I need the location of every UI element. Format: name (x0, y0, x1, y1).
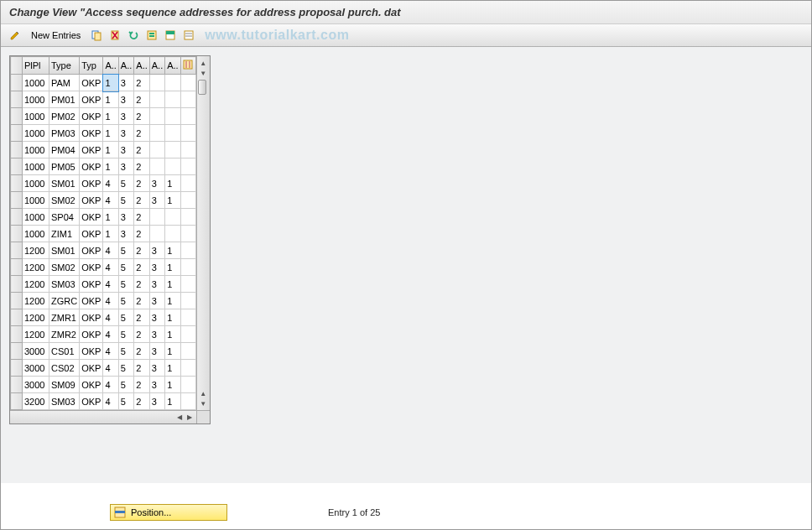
table-row[interactable]: 1000PM01OKP132 (11, 91, 196, 108)
table-cell[interactable]: 3 (149, 259, 164, 276)
table-cell[interactable]: OKP (80, 125, 103, 142)
table-cell[interactable]: 1200 (23, 293, 49, 309)
vertical-scrollbar[interactable]: ▲ ▼ ▲ ▼ (196, 56, 210, 410)
table-cell[interactable]: 1 (165, 360, 180, 377)
table-cell[interactable]: OKP (80, 377, 103, 393)
table-cell[interactable]: SM02 (49, 192, 80, 209)
table-cell[interactable]: 1 (165, 326, 180, 343)
table-cell[interactable]: 2 (134, 108, 149, 125)
table-cell[interactable]: OKP (80, 293, 103, 309)
table-cell[interactable] (149, 75, 164, 91)
table-cell[interactable]: 3 (149, 192, 164, 209)
table-cell[interactable]: PM05 (49, 158, 80, 175)
table-cell[interactable]: SM03 (49, 276, 80, 293)
table-cell[interactable]: 2 (134, 75, 149, 91)
table-cell[interactable]: SM01 (49, 242, 80, 259)
row-selector[interactable] (11, 293, 23, 309)
row-selector[interactable] (11, 242, 23, 259)
table-cell[interactable]: 2 (134, 309, 149, 326)
table-cell[interactable]: 4 (103, 293, 118, 309)
table-cell[interactable]: 1000 (23, 158, 49, 175)
select-block-icon[interactable] (163, 28, 178, 43)
new-entries-button[interactable]: New Entries (26, 29, 86, 42)
table-cell[interactable]: 3 (149, 343, 164, 360)
table-cell[interactable] (149, 209, 164, 226)
table-cell[interactable] (149, 142, 164, 158)
table-cell[interactable]: 4 (103, 393, 118, 410)
table-cell[interactable] (165, 209, 180, 226)
table-cell[interactable]: OKP (80, 360, 103, 377)
col-header[interactable]: A.. (103, 57, 118, 75)
table-cell[interactable] (165, 91, 180, 108)
table-cell[interactable]: 1000 (23, 108, 49, 125)
table-row[interactable]: 1000PM03OKP132 (11, 125, 196, 142)
col-header[interactable]: A.. (134, 57, 149, 75)
row-selector[interactable] (11, 309, 23, 326)
table-cell[interactable]: OKP (80, 276, 103, 293)
table-cell[interactable]: 4 (103, 360, 118, 377)
table-cell[interactable]: 1 (165, 175, 180, 192)
table-cell[interactable]: OKP (80, 309, 103, 326)
table-cell[interactable] (165, 226, 180, 242)
table-cell[interactable]: OKP (80, 108, 103, 125)
undo-icon[interactable] (126, 28, 141, 43)
table-cell[interactable]: 2 (134, 360, 149, 377)
table-cell[interactable]: 3 (149, 293, 164, 309)
table-cell[interactable]: 5 (118, 309, 133, 326)
table-cell[interactable]: SM02 (49, 259, 80, 276)
table-cell[interactable]: 5 (118, 276, 133, 293)
table-cell[interactable]: 4 (103, 192, 118, 209)
row-selector[interactable] (11, 192, 23, 209)
table-cell[interactable]: ZMR2 (49, 326, 80, 343)
table-cell[interactable]: 3 (118, 91, 133, 108)
table-cell[interactable] (149, 125, 164, 142)
table-cell[interactable]: 5 (118, 326, 133, 343)
table-cell[interactable]: 2 (134, 175, 149, 192)
table-cell[interactable]: 2 (134, 393, 149, 410)
table-cell[interactable]: 3 (118, 226, 133, 242)
scroll-left-icon[interactable]: ◀ (174, 413, 185, 423)
table-cell[interactable]: PM01 (49, 91, 80, 108)
table-cell[interactable]: 5 (118, 175, 133, 192)
row-selector[interactable] (11, 108, 23, 125)
table-cell[interactable]: 1 (165, 293, 180, 309)
table-settings-icon[interactable] (180, 57, 195, 75)
row-selector[interactable] (11, 343, 23, 360)
table-cell[interactable]: 1000 (23, 142, 49, 158)
table-cell[interactable]: 1 (165, 242, 180, 259)
table-cell[interactable]: 5 (118, 259, 133, 276)
table-cell[interactable]: 5 (118, 242, 133, 259)
table-cell[interactable]: 5 (118, 360, 133, 377)
table-cell[interactable]: CS02 (49, 360, 80, 377)
row-selector[interactable] (11, 377, 23, 393)
table-cell[interactable]: 1200 (23, 242, 49, 259)
table-cell[interactable]: 4 (103, 276, 118, 293)
table-cell[interactable]: OKP (80, 393, 103, 410)
table-row[interactable]: 3000SM09OKP45231 (11, 377, 196, 393)
delete-icon[interactable] (107, 28, 122, 43)
table-cell[interactable]: OKP (80, 91, 103, 108)
table-cell[interactable]: SM01 (49, 175, 80, 192)
table-cell[interactable]: 1 (165, 377, 180, 393)
table-cell[interactable]: 2 (134, 326, 149, 343)
table-cell[interactable]: 2 (134, 276, 149, 293)
table-cell[interactable]: 1200 (23, 276, 49, 293)
table-cell[interactable]: 1200 (23, 259, 49, 276)
table-row[interactable]: 1000SP04OKP132 (11, 209, 196, 226)
table-cell[interactable]: 1000 (23, 75, 49, 91)
table-cell[interactable]: 3 (118, 209, 133, 226)
row-selector[interactable] (11, 175, 23, 192)
table-row[interactable]: 3000CS01OKP45231 (11, 343, 196, 360)
table-cell[interactable]: OKP (80, 242, 103, 259)
select-all-icon[interactable] (144, 28, 159, 43)
table-cell[interactable]: 3 (118, 158, 133, 175)
table-cell[interactable]: OKP (80, 343, 103, 360)
table-cell[interactable]: 3 (118, 75, 133, 91)
table-cell[interactable]: 2 (134, 158, 149, 175)
col-header[interactable]: A.. (149, 57, 164, 75)
col-header[interactable]: PlPl (23, 57, 49, 75)
table-cell[interactable]: 3 (118, 125, 133, 142)
table-cell[interactable]: 1200 (23, 309, 49, 326)
table-row[interactable]: 1200SM01OKP45231 (11, 242, 196, 259)
table-cell[interactable]: PM03 (49, 125, 80, 142)
